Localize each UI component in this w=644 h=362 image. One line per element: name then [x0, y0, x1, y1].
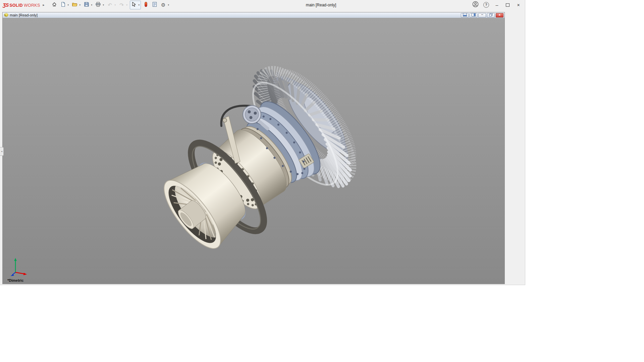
save-group: ▾: [83, 1, 93, 9]
open-folder-icon: [72, 2, 77, 8]
close-icon: ×: [517, 3, 520, 7]
user-account-icon: [472, 1, 479, 9]
window-title: main [Read-only]: [306, 0, 336, 10]
open-button[interactable]: [71, 1, 78, 9]
new-document-dropdown-caret[interactable]: ▾: [67, 4, 70, 6]
user-account-button[interactable]: [471, 1, 480, 9]
help-icon: ?: [483, 2, 489, 8]
options-button[interactable]: ⚙: [160, 1, 167, 9]
home-group: [51, 1, 58, 9]
rebuild-stoplight-icon: [143, 2, 149, 8]
maximize-button[interactable]: [503, 1, 512, 9]
print-group: ▾: [95, 1, 105, 9]
undo-group: ↶ ▾: [106, 1, 117, 9]
new-document-group: ▾: [59, 1, 70, 9]
document-titlebar[interactable]: main [Read-only] –: [3, 12, 504, 18]
document-window-controls: – ×: [461, 13, 503, 17]
close-button[interactable]: ×: [514, 1, 523, 9]
pane-left-button[interactable]: [461, 13, 469, 17]
minimize-icon: –: [496, 3, 498, 7]
menu-expand-arrow-icon[interactable]: ▸: [43, 3, 45, 7]
new-document-button[interactable]: [59, 1, 67, 9]
main-toolbar: ▾ ▾ ▾: [50, 1, 171, 9]
view-orientation-label: *Dimetric: [7, 278, 23, 282]
solidworks-logo-text-light: WORKS: [24, 3, 40, 8]
file-properties-icon: [152, 2, 157, 8]
select-tool-group: ▾: [130, 1, 141, 9]
solidworks-logo: ƷS SOLIDWORKS: [3, 2, 40, 8]
assembly-document-icon: [4, 13, 8, 18]
redo-dropdown-caret: ▾: [125, 4, 128, 6]
document-title: main [Read-only]: [10, 13, 38, 17]
solidworks-logo-text-bold: SOLID: [9, 3, 23, 8]
file-properties-group: [151, 1, 158, 9]
rebuild-group: [142, 1, 150, 9]
select-cursor-icon: [131, 2, 136, 8]
options-group: ⚙ ▾: [160, 1, 170, 9]
redo-icon: ↷: [119, 2, 124, 7]
orientation-triad[interactable]: [7, 256, 33, 277]
undo-dropdown-caret: ▾: [114, 4, 117, 6]
solidworks-logo-mark: ƷS: [3, 2, 8, 8]
save-dropdown-caret[interactable]: ▾: [90, 4, 93, 6]
save-button[interactable]: [83, 1, 90, 9]
print-dropdown-caret[interactable]: ▾: [102, 4, 105, 6]
save-icon: [84, 2, 89, 8]
document-window: main [Read-only] –: [2, 12, 505, 284]
minimize-button[interactable]: –: [492, 1, 501, 9]
maximize-icon: [506, 3, 509, 7]
doc-close-icon: ×: [499, 13, 501, 17]
new-document-icon: [60, 2, 66, 8]
open-group: ▾: [71, 1, 82, 9]
pane-right-icon: [472, 13, 476, 17]
open-dropdown-caret[interactable]: ▾: [78, 4, 82, 6]
y-axis-arrow: [14, 258, 17, 261]
redo-group: ↷ ▾: [118, 1, 128, 9]
options-dropdown-caret[interactable]: ▾: [167, 4, 170, 6]
pane-left-icon: [463, 13, 467, 17]
undo-icon: ↶: [108, 2, 112, 7]
graphics-viewport[interactable]: *Dimetric: [3, 18, 504, 284]
print-button[interactable]: [95, 1, 102, 9]
print-icon: [95, 2, 101, 8]
redo-button: ↷: [118, 1, 125, 9]
pane-right-button[interactable]: [470, 13, 477, 17]
doc-close-button[interactable]: ×: [496, 13, 503, 17]
app-titlebar: ƷS SOLIDWORKS ▸ ▾: [0, 0, 525, 10]
solidworks-app-window: ƷS SOLIDWORKS ▸ ▾: [0, 0, 525, 285]
select-dropdown-caret[interactable]: ▾: [138, 4, 141, 6]
undo-button: ↶: [106, 1, 114, 9]
doc-minimize-button[interactable]: –: [478, 13, 486, 17]
doc-restore-icon: [489, 13, 493, 17]
help-button[interactable]: ?: [482, 1, 491, 9]
engine-model: [3, 18, 504, 284]
select-button[interactable]: [130, 1, 138, 9]
panel-collapse-handle[interactable]: ◂: [0, 147, 4, 156]
options-gear-icon: ⚙: [161, 2, 165, 7]
rebuild-button[interactable]: [142, 1, 150, 9]
home-button[interactable]: [51, 1, 58, 9]
x-axis-arrow: [23, 273, 27, 275]
file-properties-button[interactable]: [151, 1, 158, 9]
collapse-chevron-icon: ◂: [1, 150, 2, 153]
home-icon: [52, 2, 57, 8]
titlebar-controls: ? – ×: [471, 1, 523, 9]
doc-minimize-icon: –: [481, 13, 483, 16]
doc-restore-button[interactable]: [487, 13, 495, 17]
engine-assembly: [137, 50, 375, 280]
